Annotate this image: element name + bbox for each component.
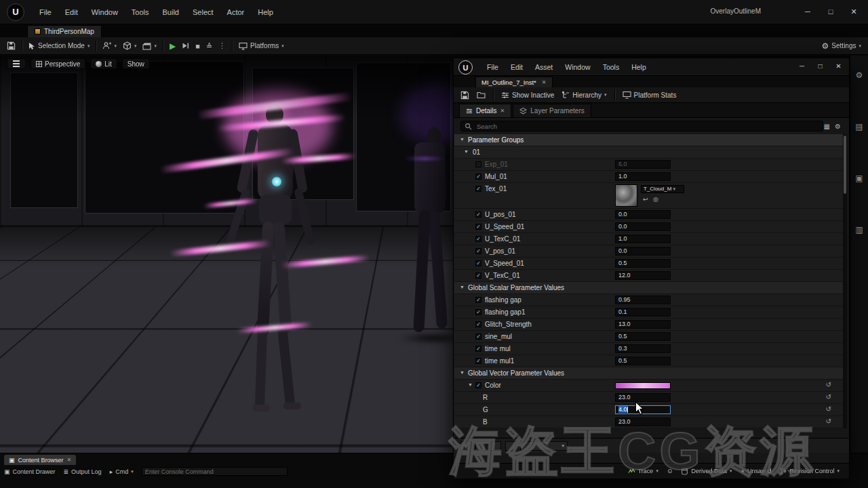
parameter-row[interactable]: ✓V_TexC_0112.0 [454, 270, 845, 282]
level-tab-thirdpersonmap[interactable]: ThirdPersonMap [27, 25, 102, 37]
bottom-toolbar-button[interactable] [475, 441, 486, 451]
menu-actor[interactable]: Actor [220, 5, 252, 19]
parameter-row[interactable]: ✓Glitch_Strength13.0 [454, 319, 845, 331]
menu-help[interactable]: Help [251, 5, 280, 19]
parameter-row[interactable]: B23.0↺ [454, 416, 845, 428]
menu-window[interactable]: Window [559, 61, 596, 73]
material-window-titlebar[interactable]: U File Edit Asset Window Tools Help ─ □ … [454, 58, 849, 76]
reset-to-default-icon[interactable]: ↺ [826, 418, 831, 425]
parameter-value-field[interactable]: 0.1 [615, 308, 671, 317]
parameter-row[interactable]: ✓U_TexC_011.0 [454, 233, 845, 245]
section-header[interactable]: ▼Global Vector Parameter Values [454, 367, 845, 380]
parameter-row[interactable]: ▼✓Color↺ [454, 380, 845, 392]
view-settings-gear-icon[interactable]: ⚙ [835, 123, 841, 130]
override-checkbox[interactable]: ✓ [475, 186, 481, 192]
save-button[interactable] [7, 41, 16, 50]
layers-panel-icon[interactable]: ▥ [855, 225, 863, 235]
selection-mode-dropdown[interactable]: Selection Mode▾ [28, 42, 90, 50]
parameter-row[interactable]: ✓U_pos_010.0 [454, 209, 845, 221]
save-button[interactable] [460, 91, 469, 100]
menu-file[interactable]: File [33, 5, 58, 19]
override-checkbox[interactable]: ✓ [475, 309, 481, 315]
eject-button[interactable]: ≙ [206, 42, 212, 50]
parameter-value-field[interactable]: 0.95 [615, 296, 671, 304]
parameter-row[interactable]: G4.0↺ [454, 404, 845, 416]
collapse-arrow-icon[interactable]: ▼ [460, 285, 465, 289]
collapse-arrow-icon[interactable]: ▼ [460, 137, 465, 142]
minimize-button[interactable]: ─ [793, 59, 811, 74]
output-log-button[interactable]: ≣ Output Log [64, 468, 102, 475]
menu-build[interactable]: Build [156, 5, 186, 19]
component-value-field[interactable]: 23.0 [615, 418, 671, 426]
parameter-value-field[interactable]: 0.0 [615, 210, 671, 219]
settings-gear-icon[interactable]: ⚙ [856, 70, 863, 80]
collapse-arrow-icon[interactable]: ▼ [460, 370, 465, 375]
trace-button[interactable]: Trace▾ [628, 468, 658, 474]
collapse-arrow-icon[interactable]: ▼ [468, 382, 473, 387]
skip-button[interactable] [182, 42, 189, 49]
parameter-value-field[interactable]: 0.5 [615, 332, 671, 341]
close-button[interactable]: ✕ [842, 3, 865, 20]
browse-to-asset-icon[interactable]: ◎ [653, 196, 658, 203]
unsaved-button[interactable]: ● Unsaved [741, 468, 771, 474]
override-checkbox[interactable]: ✓ [475, 248, 481, 254]
menu-select[interactable]: Select [186, 5, 220, 19]
console-input[interactable] [142, 467, 288, 476]
override-checkbox[interactable]: ✓ [475, 260, 481, 266]
browse-to-asset-button[interactable] [477, 91, 486, 99]
parameter-row[interactable]: R23.0↺ [454, 392, 845, 404]
bottom-toolbar-button[interactable] [505, 441, 516, 451]
parameter-value-field[interactable]: 0.5 [615, 357, 671, 365]
reset-to-default-icon[interactable]: ↺ [826, 393, 831, 401]
maximize-button[interactable]: □ [819, 3, 842, 20]
menu-file[interactable]: File [481, 61, 505, 73]
parameter-row[interactable]: ✓flashing gap10.1 [454, 306, 845, 319]
parameter-row[interactable]: ✓V_Speed_010.5 [454, 258, 845, 270]
parameter-value-field[interactable]: 1.0 [615, 235, 671, 243]
texture-thumbnail[interactable] [615, 184, 637, 207]
parameter-row[interactable]: ✓time mul10.5 [454, 355, 845, 367]
derived-data-button[interactable]: Derived Data▾ [681, 468, 732, 475]
override-checkbox[interactable]: ✓ [475, 321, 481, 327]
platforms-dropdown[interactable]: Platforms▾ [239, 42, 284, 50]
override-checkbox[interactable]: ✓ [475, 346, 481, 352]
use-selected-asset-icon[interactable]: ↩ [643, 196, 648, 203]
override-checkbox[interactable]: ✓ [475, 272, 481, 279]
menu-help[interactable]: Help [625, 61, 652, 73]
menu-edit[interactable]: Edit [505, 61, 529, 73]
play-options-icon[interactable]: ⋮ [218, 41, 226, 50]
bottom-toolbar-dropdown[interactable]: ▾ [520, 441, 568, 451]
parameter-row[interactable]: ✓U_Speed_010.0 [454, 221, 845, 233]
parameter-row[interactable]: ✓V_pos_010.0 [454, 245, 845, 258]
parameter-value-field[interactable]: 0.0 [615, 222, 671, 231]
menu-edit[interactable]: Edit [58, 5, 85, 19]
search-box[interactable] [460, 121, 823, 131]
content-drawer-button[interactable]: ▣ Content Drawer [4, 468, 56, 475]
override-checkbox[interactable]: ✓ [475, 211, 481, 218]
insights-icon[interactable]: ⊙ [667, 468, 673, 474]
cmd-dropdown[interactable]: ▸ Cmd▾ [110, 468, 134, 475]
outliner-panel-icon[interactable]: ▣ [855, 174, 863, 183]
bottom-toolbar-button[interactable] [460, 441, 471, 451]
parameter-value-field[interactable]: 0.0 [615, 247, 671, 256]
parameter-row[interactable]: ✓Tex_01T_Cloud_M ▾↩◎ [454, 183, 845, 209]
scrollbar[interactable] [843, 134, 847, 428]
override-checkbox[interactable]: ✓ [475, 382, 481, 388]
platform-stats-button[interactable]: Platform Stats [623, 91, 677, 99]
viewport-show-button[interactable]: Show [122, 58, 150, 69]
bottom-toolbar-button[interactable] [490, 441, 501, 451]
menu-tools[interactable]: Tools [597, 61, 626, 73]
override-checkbox[interactable]: ✓ [475, 358, 481, 364]
content-browser-tab[interactable]: ▣ Content Browser ✕ [4, 455, 76, 465]
close-button[interactable]: ✕ [829, 59, 848, 74]
group-row[interactable]: ▼01 [454, 146, 845, 159]
tab-close-icon[interactable]: ✕ [500, 108, 505, 114]
add-actor-button[interactable]: ▾ [102, 41, 117, 50]
cinematics-button[interactable]: ▾ [142, 42, 157, 50]
revision-control-button[interactable]: Revision Control▾ [780, 468, 840, 475]
override-checkbox[interactable] [475, 161, 481, 167]
tab-layer-parameters[interactable]: Layer Parameters [513, 104, 591, 117]
override-checkbox[interactable]: ✓ [475, 333, 481, 340]
stop-button[interactable]: ■ [195, 42, 200, 50]
hierarchy-dropdown[interactable]: Hierarchy▾ [561, 91, 606, 99]
